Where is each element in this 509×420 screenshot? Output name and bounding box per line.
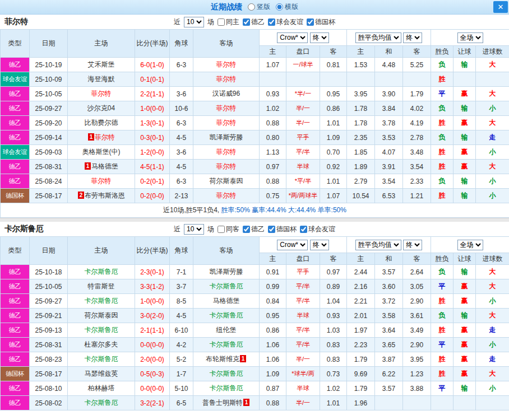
score-cell[interactable]: 1-0(0-0) bbox=[135, 294, 170, 309]
team1-filter-league-3[interactable]: 德国杯 bbox=[307, 17, 335, 27]
team1-filter-same-home[interactable]: 同主 bbox=[218, 17, 239, 27]
team1-filter-league-1-checkbox[interactable] bbox=[243, 18, 250, 26]
team2-avg-time-select[interactable]: 终 bbox=[403, 240, 422, 250]
team1-filter-league-2[interactable]: 球会友谊 bbox=[268, 17, 303, 27]
team1-avg-time-select[interactable]: 终 bbox=[403, 32, 422, 43]
away-team-cell[interactable]: 菲尔特 bbox=[193, 116, 260, 130]
score-cell[interactable]: 1-2(0-0) bbox=[135, 145, 170, 160]
close-button[interactable]: ✕ bbox=[493, 1, 508, 13]
home-team-cell[interactable]: 海登海默 bbox=[68, 72, 135, 87]
home-team-cell[interactable]: 沙尔克04 bbox=[68, 101, 135, 116]
team1-filter-league-1[interactable]: 德乙 bbox=[243, 17, 265, 27]
away-team-cell[interactable]: 普鲁士明斯特1 bbox=[193, 396, 260, 410]
home-team-cell[interactable]: 2布劳韦斯洛恩 bbox=[68, 189, 135, 203]
away-team-cell[interactable]: 卡尔斯鲁厄 bbox=[193, 309, 260, 323]
away-team-cell[interactable]: 卡尔斯鲁厄 bbox=[193, 338, 260, 352]
home-team-cell[interactable]: 卡尔斯鲁厄 bbox=[68, 396, 135, 410]
team1-scope-select[interactable]: 全场 bbox=[457, 32, 483, 43]
team2-filter-same-away-checkbox[interactable] bbox=[218, 226, 225, 233]
away-team-cell[interactable]: 卡尔斯鲁厄 bbox=[193, 367, 260, 381]
home-team-cell[interactable]: 卡尔斯鲁厄 bbox=[68, 265, 135, 279]
handicap-result-cell: 赢 bbox=[454, 87, 476, 101]
home-team-cell[interactable]: 柏林赫塔 bbox=[68, 381, 135, 396]
team1-match-count-select[interactable]: 10 bbox=[184, 17, 204, 27]
away-team-cell[interactable]: 凯泽斯劳滕 bbox=[193, 265, 260, 279]
home-team-cell[interactable]: 1菲尔特 bbox=[68, 130, 135, 145]
home-team-cell[interactable]: 卡尔斯鲁厄 bbox=[68, 323, 135, 338]
team2-scope-select[interactable]: 全场 bbox=[457, 240, 483, 250]
score-cell[interactable]: 2-0(0-0) bbox=[135, 352, 170, 367]
layout-horizontal-radio[interactable] bbox=[276, 3, 283, 11]
home-team-cell[interactable]: 比勒费尔德 bbox=[68, 116, 135, 130]
score-cell[interactable]: 2-2(1-1) bbox=[135, 87, 170, 101]
score-cell[interactable]: 3-3(1-2) bbox=[135, 279, 170, 294]
score-cell[interactable]: 0-2(0-1) bbox=[135, 174, 170, 189]
home-team-cell[interactable]: 卡尔斯鲁厄 bbox=[68, 294, 135, 309]
home-team-cell[interactable]: 马瑟维兹英 bbox=[68, 367, 135, 381]
home-team-cell[interactable]: 卡尔斯鲁厄 bbox=[68, 352, 135, 367]
team2-filter-league-1-checkbox[interactable] bbox=[243, 226, 250, 233]
team2-filter-league-3[interactable]: 球会友谊 bbox=[300, 225, 335, 234]
team2-bookmaker-select[interactable]: Crow* bbox=[277, 240, 308, 250]
home-team-cell[interactable]: 特雷斯登 bbox=[68, 279, 135, 294]
score-cell[interactable]: 2-1(1-1) bbox=[135, 323, 170, 338]
home-team-cell[interactable]: 荷尔斯泰因 bbox=[68, 309, 135, 323]
score-cell[interactable]: 1-3(0-1) bbox=[135, 116, 170, 130]
goals-result-cell: 小 bbox=[476, 145, 509, 160]
away-team-cell[interactable]: 凯泽斯劳滕 bbox=[193, 130, 260, 145]
away-team-cell[interactable]: 菲尔特 bbox=[193, 145, 260, 160]
team1-filter-same-home-checkbox[interactable] bbox=[218, 18, 225, 26]
home-team-cell[interactable]: 杜塞尔多夫 bbox=[68, 338, 135, 352]
home-team-name: 艾禾斯堡 bbox=[88, 60, 115, 68]
team1-filter-league-3-checkbox[interactable] bbox=[307, 18, 314, 26]
team1-odds-time-select[interactable]: 终 bbox=[310, 32, 329, 43]
team2-avg-select[interactable]: 胜平负均值 bbox=[355, 240, 401, 250]
team1-avg-select[interactable]: 胜平负均值 bbox=[355, 32, 401, 43]
team2-filter-league-3-checkbox[interactable] bbox=[300, 226, 307, 233]
score-cell[interactable]: 3-0(2-0) bbox=[135, 309, 170, 323]
score-cell[interactable]: 0-3(0-1) bbox=[135, 130, 170, 145]
layout-vertical-option[interactable]: 竖版 bbox=[248, 2, 270, 12]
away-team-cell[interactable]: 菲尔特 bbox=[193, 101, 260, 116]
away-team-cell[interactable]: 卡尔斯鲁厄 bbox=[193, 279, 260, 294]
score-cell[interactable]: 0-1(0-1) bbox=[135, 72, 170, 87]
team2-filter-same-away[interactable]: 同客 bbox=[218, 225, 239, 234]
away-team-cell[interactable]: 菲尔特 bbox=[193, 72, 260, 87]
away-team-cell[interactable]: 卡尔斯鲁厄 bbox=[193, 381, 260, 396]
away-team-cell[interactable]: 布轮斯维克1 bbox=[193, 352, 260, 367]
team2-match-count-select[interactable]: 10 bbox=[184, 224, 204, 235]
home-team-cell[interactable]: 奥格斯堡(中) bbox=[68, 145, 135, 160]
home-team-cell[interactable]: 菲尔特 bbox=[68, 87, 135, 101]
score-cell[interactable]: 0-5(0-3) bbox=[135, 367, 170, 381]
corner-cell: 3-7 bbox=[170, 279, 193, 294]
home-team-cell[interactable]: 菲尔特 bbox=[68, 174, 135, 189]
away-team-cell[interactable]: 菲尔特 bbox=[193, 189, 260, 203]
score-cell[interactable]: 3-2(2-1) bbox=[135, 396, 170, 410]
home-team-cell[interactable]: 艾禾斯堡 bbox=[68, 58, 135, 72]
layout-horizontal-label: 横版 bbox=[285, 2, 298, 12]
avg-away-cell: 3.05 bbox=[403, 279, 431, 294]
score-cell[interactable]: 0-2(0-0) bbox=[135, 189, 170, 203]
away-team-cell[interactable]: 汉诺威96 bbox=[193, 87, 260, 101]
team2-filter-league-2-checkbox[interactable] bbox=[268, 226, 275, 233]
team2-filter-league-1[interactable]: 德乙 bbox=[243, 225, 265, 234]
layout-horizontal-option[interactable]: 横版 bbox=[276, 2, 298, 12]
score-cell[interactable]: 4-5(1-1) bbox=[135, 160, 170, 174]
score-cell[interactable]: 0-0(0-0) bbox=[135, 381, 170, 396]
handicap-cell: 半/一 bbox=[286, 101, 320, 116]
score-cell[interactable]: 0-0(0-0) bbox=[135, 338, 170, 352]
team1-filter-league-2-checkbox[interactable] bbox=[268, 18, 275, 26]
team2-odds-time-select[interactable]: 终 bbox=[310, 240, 329, 250]
score-cell[interactable]: 2-3(0-1) bbox=[135, 265, 170, 279]
team2-filter-league-2[interactable]: 德国杯 bbox=[268, 225, 297, 234]
team1-bookmaker-select[interactable]: Crow* bbox=[277, 32, 308, 43]
layout-vertical-radio[interactable] bbox=[248, 3, 255, 11]
away-team-cell[interactable]: 菲尔特 bbox=[193, 160, 260, 174]
away-team-cell[interactable]: 荷尔斯泰因 bbox=[193, 174, 260, 189]
away-team-cell[interactable]: 菲尔特 bbox=[193, 58, 260, 72]
away-team-cell[interactable]: 马格德堡 bbox=[193, 294, 260, 309]
score-cell[interactable]: 6-0(1-0) bbox=[135, 58, 170, 72]
home-team-cell[interactable]: 1马格德堡 bbox=[68, 160, 135, 174]
score-cell[interactable]: 1-0(0-0) bbox=[135, 101, 170, 116]
away-team-cell[interactable]: 纽伦堡 bbox=[193, 323, 260, 338]
